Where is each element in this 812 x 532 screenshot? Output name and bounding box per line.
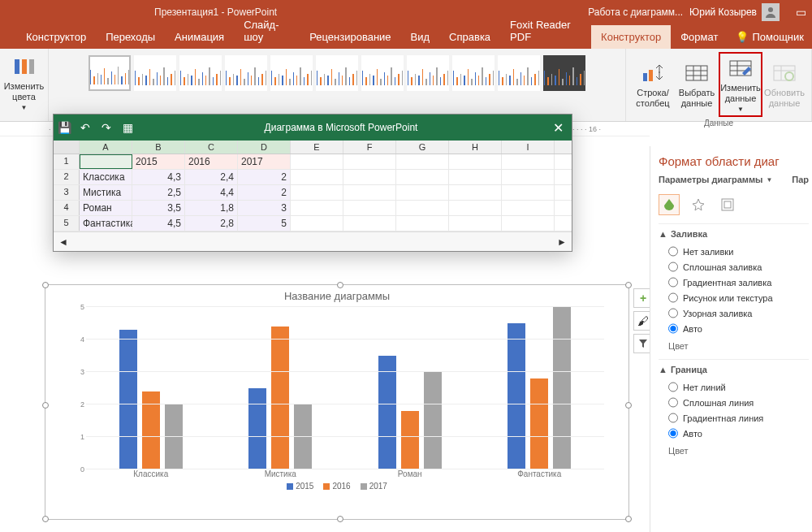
- ribbon-options-icon[interactable]: ▭: [789, 6, 812, 19]
- size-tab-icon[interactable]: [717, 194, 738, 215]
- select-data-button[interactable]: Выбрать данные: [675, 52, 719, 117]
- chart-style-2[interactable]: [134, 55, 176, 91]
- title-bar: Презентация1 - PowerPoint Работа с диагр…: [0, 0, 812, 24]
- svg-rect-5: [649, 70, 653, 81]
- chart-title[interactable]: Название диаграммы: [45, 285, 628, 307]
- chart-style-5[interactable]: [270, 55, 313, 91]
- format-pane: Формат области диаг Параметры диаграммы …: [650, 146, 812, 532]
- grid-menu-icon[interactable]: ▦: [117, 121, 138, 134]
- tab-chart-design[interactable]: Конструктор: [591, 25, 671, 49]
- svg-rect-3: [29, 59, 34, 74]
- chart-style-9[interactable]: [452, 55, 495, 91]
- chart-plot-area[interactable]: 012345: [45, 307, 628, 469]
- svg-rect-19: [722, 199, 733, 210]
- collapse-icon[interactable]: ▲: [659, 229, 667, 239]
- chevron-down-icon: ▼: [737, 106, 744, 114]
- border-solid-radio[interactable]: Сплошная линия: [659, 395, 809, 410]
- chevron-down-icon: ▼: [21, 104, 28, 112]
- fill-solid-radio[interactable]: Сплошная заливка: [659, 259, 809, 275]
- presentation-name: Презентация1 - PowerPoint: [154, 6, 277, 18]
- collapse-icon[interactable]: ▲: [659, 365, 667, 374]
- excel-titlebar: 💾 ↶ ↷ ▦ Диаграмма в Microsoft PowerPoint…: [54, 115, 572, 141]
- chart-style-10[interactable]: [498, 55, 540, 91]
- svg-point-0: [768, 7, 773, 12]
- fill-color-picker[interactable]: Цвет: [659, 336, 809, 359]
- format-options-dropdown[interactable]: Параметры диаграммы: [659, 175, 762, 184]
- brush-icon: 🖌: [637, 314, 649, 327]
- border-none-radio[interactable]: Нет линий: [659, 379, 809, 395]
- ribbon-tabs: Конструктор Переходы Анимация Слайд-шоу …: [0, 24, 812, 49]
- excel-scroll-area[interactable]: ◄ ►: [54, 231, 572, 251]
- switch-row-column-button[interactable]: Строка/ столбец: [631, 52, 675, 117]
- switch-icon: [640, 60, 666, 86]
- undo-icon[interactable]: ↶: [75, 121, 96, 134]
- refresh-icon: [771, 60, 797, 86]
- data-group-label: Данные: [704, 119, 733, 128]
- fill-section-header[interactable]: Заливка: [671, 229, 707, 239]
- fill-picture-radio[interactable]: Рисунок или текстура: [659, 290, 809, 305]
- avatar: [762, 3, 780, 21]
- chart-style-7[interactable]: [361, 55, 404, 91]
- tab-slideshow[interactable]: Слайд-шоу: [234, 13, 300, 49]
- ribbon: Изменить цвета ▼ Строка/ столбец Выбрать…: [0, 49, 812, 122]
- tab-review[interactable]: Рецензирование: [300, 25, 400, 49]
- excel-title: Диаграмма в Microsoft PowerPoint: [138, 122, 544, 133]
- svg-rect-2: [22, 59, 27, 74]
- border-auto-radio[interactable]: Авто: [659, 426, 809, 441]
- fill-line-tab-icon[interactable]: [659, 194, 680, 215]
- excel-data-window: 💾 ↶ ↷ ▦ Диаграмма в Microsoft PowerPoint…: [53, 114, 572, 252]
- tab-view[interactable]: Вид: [401, 25, 440, 49]
- format-pane-title: Формат области диаг: [659, 146, 809, 175]
- user-area[interactable]: Юрий Козырев: [689, 3, 780, 21]
- change-colors-button[interactable]: Изменить цвета ▼: [0, 52, 49, 114]
- effects-tab-icon[interactable]: [688, 194, 709, 215]
- chart-style-8[interactable]: [407, 55, 449, 91]
- user-name: Юрий Козырев: [689, 6, 757, 18]
- grid-icon: [684, 60, 710, 86]
- excel-grid[interactable]: ABCDEFGHI 12015201620172Классика4,32,423…: [54, 141, 572, 231]
- tab-design[interactable]: Конструктор: [16, 25, 96, 49]
- plus-icon: +: [640, 292, 646, 305]
- tab-animations[interactable]: Анимация: [165, 25, 234, 49]
- chart-tools-label: Работа с диаграмм...: [588, 6, 683, 18]
- tab-transitions[interactable]: Переходы: [96, 25, 165, 49]
- chart-style-3[interactable]: [179, 55, 222, 91]
- chart-style-1[interactable]: [89, 55, 131, 91]
- tab-foxit[interactable]: Foxit Reader PDF: [500, 13, 591, 49]
- edit-data-icon: [728, 55, 754, 81]
- svg-rect-20: [724, 201, 731, 208]
- chart-object[interactable]: Название диаграммы 012345 КлассикаМистик…: [45, 284, 629, 520]
- scroll-left-icon[interactable]: ◄: [58, 236, 68, 248]
- funnel-icon: [638, 339, 648, 348]
- chart-category-axis: КлассикаМистикаРоманФантастика: [45, 469, 628, 478]
- svg-rect-1: [15, 59, 19, 74]
- fill-pattern-radio[interactable]: Узорная заливка: [659, 305, 809, 321]
- close-button[interactable]: ✕: [544, 120, 572, 136]
- chart-style-11[interactable]: [543, 55, 585, 91]
- chart-legend[interactable]: 201520162017: [45, 478, 628, 495]
- edit-data-button[interactable]: Изменить данные ▼: [719, 52, 762, 117]
- redo-icon[interactable]: ↷: [96, 121, 117, 134]
- chart-style-6[interactable]: [316, 55, 358, 91]
- chevron-down-icon: ▼: [766, 176, 772, 184]
- refresh-data-button: Обновить данные: [762, 52, 806, 117]
- fill-gradient-radio[interactable]: Градиентная заливка: [659, 275, 809, 290]
- border-color-picker[interactable]: Цвет: [659, 441, 809, 464]
- chart-style-4[interactable]: [225, 55, 267, 91]
- fill-auto-radio[interactable]: Авто: [659, 321, 809, 336]
- svg-rect-4: [643, 73, 647, 81]
- scroll-right-icon[interactable]: ►: [557, 236, 567, 248]
- bulb-icon: 💡: [736, 31, 749, 43]
- chart-styles-gallery[interactable]: [85, 52, 589, 94]
- border-section-header[interactable]: Граница: [671, 365, 707, 374]
- palette-icon: [11, 54, 37, 80]
- svg-point-18: [785, 72, 793, 80]
- tab-help[interactable]: Справка: [439, 25, 500, 49]
- svg-rect-6: [686, 66, 707, 80]
- tab-chart-format[interactable]: Формат: [671, 25, 728, 49]
- fill-none-radio[interactable]: Нет заливки: [659, 244, 809, 259]
- save-icon[interactable]: 💾: [54, 121, 75, 134]
- format-tab-icons: [659, 189, 809, 223]
- border-gradient-radio[interactable]: Градиентная линия: [659, 410, 809, 426]
- tell-me[interactable]: 💡 Помощник: [728, 25, 812, 49]
